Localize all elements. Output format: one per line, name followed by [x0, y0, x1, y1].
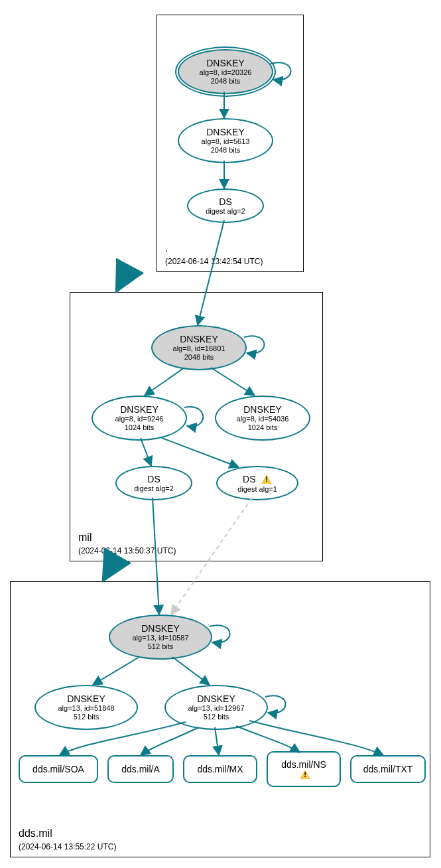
mil-ksk-dnskey: DNSKEY alg=8, id=16801 2048 bits — [151, 325, 247, 370]
node-sub1: digest alg=1 — [237, 485, 277, 494]
node-sub2: 1024 bits — [125, 423, 155, 432]
node-title: DNSKEY — [206, 58, 245, 68]
dds-ksk-dnskey: DNSKEY alg=13, id=10587 512 bits — [109, 615, 212, 660]
node-title: DS — [147, 474, 160, 484]
node-title: dds.mil/A — [121, 764, 160, 774]
node-sub2: 512 bits — [74, 713, 99, 721]
node-title: dds.mil/NS — [281, 759, 326, 770]
mil-zsk1-dnskey: DNSKEY alg=8, id=9246 1024 bits — [92, 396, 187, 441]
node-sub1: digest alg=2 — [206, 207, 245, 216]
node-sub2: 2048 bits — [184, 353, 214, 362]
node-sub1: alg=8, id=16801 — [173, 344, 225, 353]
rr-a: dds.mil/A — [107, 755, 174, 783]
svg-line-10 — [103, 561, 114, 580]
zone-mil-label: mil — [78, 532, 92, 543]
svg-line-3 — [117, 271, 127, 291]
mil-zsk2-dnskey: DNSKEY alg=8, id=54036 1024 bits — [215, 396, 310, 441]
zone-dds-time: (2024-06-14 13:55:22 UTC) — [19, 842, 116, 851]
node-sub1: alg=8, id=20326 — [200, 68, 252, 77]
node-title: DNSKEY — [180, 334, 218, 344]
root-zsk-dnskey: DNSKEY alg=8, id=5613 2048 bits — [178, 118, 273, 163]
zone-mil-time: (2024-06-14 13:50:37 UTC) — [78, 546, 176, 555]
zone-dds-label: dds.mil — [19, 828, 52, 839]
zone-root-time: (2024-06-14 13:42:54 UTC) — [165, 257, 263, 266]
node-sub1: alg=8, id=9246 — [115, 415, 164, 423]
rr-txt: dds.mil/TXT — [350, 755, 426, 783]
node-title: DNSKEY — [243, 404, 282, 415]
node-sub1: alg=8, id=5613 — [202, 137, 250, 146]
node-title: DNSKEY — [120, 404, 158, 415]
mil-ds2: DS digest alg=1 — [216, 466, 298, 500]
node-sub2: 2048 bits — [211, 146, 241, 155]
node-sub2: 512 bits — [148, 642, 174, 651]
node-title: DNSKEY — [206, 127, 245, 137]
rr-ns: dds.mil/NS — [267, 751, 341, 787]
node-title: dds.mil/MX — [197, 764, 243, 774]
node-sub1: alg=13, id=10587 — [132, 634, 188, 642]
node-title: dds.mil/SOA — [32, 764, 84, 774]
node-sub1: alg=13, id=12967 — [188, 704, 244, 713]
node-sub2: 2048 bits — [211, 77, 241, 86]
node-title: DNSKEY — [197, 693, 235, 704]
rr-mx: dds.mil/MX — [183, 755, 257, 783]
node-title: DS — [243, 474, 255, 484]
root-ksk-dnskey: DNSKEY alg=8, id=20326 2048 bits — [178, 49, 273, 94]
dds-zsk1-dnskey: DNSKEY alg=13, id=51848 512 bits — [34, 685, 138, 730]
warning-icon — [300, 770, 310, 779]
warning-icon — [261, 474, 272, 484]
root-ds: DS digest alg=2 — [187, 188, 264, 223]
node-sub2: 1024 bits — [248, 423, 278, 432]
node-sub1: digest alg=2 — [134, 484, 174, 493]
node-sub2: 512 bits — [204, 713, 229, 721]
dds-zsk2-dnskey: DNSKEY alg=13, id=12967 512 bits — [164, 685, 268, 730]
node-title: DNSKEY — [141, 623, 180, 634]
rr-soa: dds.mil/SOA — [19, 755, 98, 783]
node-sub1: alg=13, id=51848 — [58, 704, 114, 713]
zone-root-label: . — [165, 242, 168, 254]
node-sub1: alg=8, id=54036 — [237, 415, 289, 423]
mil-ds1: DS digest alg=2 — [115, 466, 192, 500]
node-title: DS — [219, 196, 231, 207]
node-title: DNSKEY — [67, 693, 105, 704]
node-title: dds.mil/TXT — [363, 764, 413, 774]
